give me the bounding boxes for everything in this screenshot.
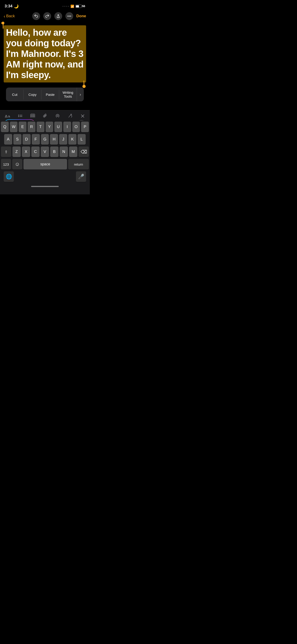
key-a[interactable]: A: [4, 134, 12, 145]
globe-key[interactable]: 🌐: [4, 171, 14, 182]
selected-text[interactable]: Hello, how are you doing today? I'm Mahn…: [6, 27, 84, 80]
microphone-key[interactable]: 🎤: [76, 171, 86, 182]
key-v[interactable]: V: [41, 146, 49, 157]
key-d[interactable]: D: [22, 134, 30, 145]
key-u[interactable]: U: [54, 122, 62, 132]
key-i[interactable]: I: [63, 122, 71, 132]
home-bar: [31, 186, 59, 187]
key-w[interactable]: W: [10, 122, 18, 132]
number-key[interactable]: 123: [1, 159, 11, 170]
writing-tools-button[interactable]: Writing Tools: [59, 88, 77, 101]
status-time: 3:34 🌙: [4, 4, 19, 9]
undo-button[interactable]: [32, 12, 40, 20]
wifi-icon: 📶: [70, 4, 74, 8]
signal-icon: [62, 6, 69, 7]
redo-button[interactable]: [43, 12, 51, 20]
chevron-right-icon: ›: [80, 92, 81, 97]
selection-cursor-top: [3, 24, 4, 28]
key-p[interactable]: P: [81, 122, 89, 132]
shift-icon: ⇧: [4, 150, 8, 154]
svg-point-12: [57, 115, 58, 116]
number-label: 123: [3, 162, 9, 166]
battery-percent: 56: [82, 4, 85, 8]
copy-button[interactable]: Copy: [24, 90, 42, 100]
svg-point-0: [68, 16, 68, 16]
more-icon: [67, 14, 72, 18]
backspace-icon: ⌫: [80, 149, 87, 154]
key-g[interactable]: G: [41, 134, 49, 145]
keyboard-row-5: 🌐 🎤: [0, 170, 90, 183]
key-t[interactable]: T: [36, 122, 44, 132]
redo-icon: [45, 14, 50, 18]
svg-point-13: [71, 114, 72, 115]
return-label: return: [74, 162, 83, 166]
home-indicator: [0, 183, 90, 190]
undo-icon: [34, 14, 38, 18]
shift-key[interactable]: ⇧: [1, 146, 11, 157]
selection-cursor-bottom: [84, 80, 84, 86]
content-area: Hello, how are you doing today? I'm Mahn…: [0, 22, 90, 101]
time-display: 3:34: [4, 4, 12, 8]
return-key[interactable]: return: [68, 159, 89, 170]
back-chevron-icon: ‹: [4, 14, 5, 19]
keyboard-row-3: ⇧ Z X C V B N M ⌫: [0, 146, 90, 158]
key-s[interactable]: S: [13, 134, 22, 145]
space-label: space: [40, 162, 50, 166]
back-button[interactable]: ‹ Back: [4, 14, 15, 19]
back-label: Back: [6, 14, 15, 18]
key-e[interactable]: E: [19, 122, 26, 132]
svg-rect-4: [20, 115, 22, 116]
keyboard-row-2: A S D F G H J K L: [0, 133, 90, 146]
moon-icon: 🌙: [14, 4, 19, 9]
space-key[interactable]: space: [24, 159, 67, 170]
nav-actions: Done: [32, 12, 86, 20]
selected-text-block: Hello, how are you doing today? I'm Mahn…: [4, 25, 86, 82]
key-n[interactable]: N: [60, 146, 68, 157]
delete-key[interactable]: ⌫: [78, 146, 89, 157]
svg-point-3: [18, 115, 19, 116]
key-z[interactable]: Z: [12, 146, 21, 157]
microphone-icon: 🎤: [78, 174, 84, 180]
key-k[interactable]: K: [68, 134, 76, 145]
paste-button[interactable]: Paste: [42, 90, 59, 100]
more-button[interactable]: [66, 12, 73, 20]
svg-point-1: [69, 16, 70, 16]
status-indicators: 📶 56: [62, 4, 85, 8]
status-bar: 3:34 🌙 📶 56: [0, 0, 90, 11]
key-c[interactable]: C: [31, 146, 40, 157]
emoji-key[interactable]: ☺: [12, 159, 22, 170]
svg-point-2: [70, 16, 71, 16]
key-m[interactable]: M: [69, 146, 77, 157]
nav-bar: ‹ Back Do: [0, 11, 90, 22]
emoji-icon: ☺: [15, 161, 20, 167]
key-q[interactable]: Q: [1, 122, 9, 132]
globe-icon: 🌐: [6, 174, 12, 180]
cut-button[interactable]: Cut: [6, 90, 24, 100]
key-h[interactable]: H: [50, 134, 58, 145]
key-b[interactable]: B: [50, 146, 58, 157]
key-o[interactable]: O: [72, 122, 80, 132]
key-r[interactable]: R: [28, 122, 36, 132]
keyboard-row-1: Q W E R T Y U I O P: [0, 121, 90, 133]
key-f[interactable]: F: [32, 134, 40, 145]
key-x[interactable]: X: [22, 146, 30, 157]
more-context-button[interactable]: ›: [77, 89, 84, 100]
key-y[interactable]: Y: [46, 122, 54, 132]
svg-rect-6: [20, 116, 22, 117]
keyboard: Q W E R T Y U I O P A S D F G H J K L ⇧ …: [0, 121, 90, 194]
keyboard-row-4: 123 ☺ space return: [0, 158, 90, 170]
battery-indicator: 56: [76, 4, 85, 8]
context-menu: Cut Copy Paste Writing Tools ›: [6, 88, 84, 101]
share-icon: [56, 14, 60, 18]
share-button[interactable]: [54, 12, 62, 20]
key-l[interactable]: L: [78, 134, 86, 145]
svg-point-5: [18, 116, 19, 117]
done-button[interactable]: Done: [76, 14, 86, 18]
key-j[interactable]: J: [59, 134, 67, 145]
